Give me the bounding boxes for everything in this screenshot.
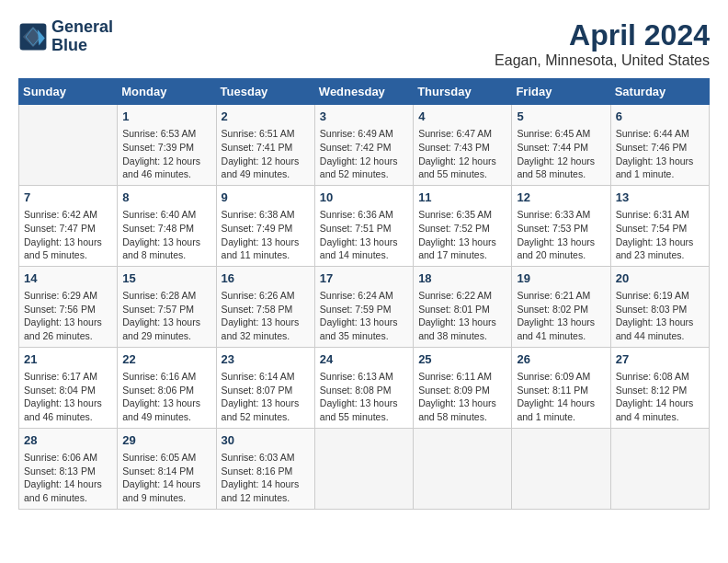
day-info: Sunrise: 6:38 AMSunset: 7:49 PMDaylight:… <box>222 208 310 262</box>
day-number: 15 <box>122 270 210 287</box>
day-header-friday: Friday <box>512 79 610 105</box>
calendar-title: April 2024 <box>495 18 710 52</box>
day-number: 12 <box>517 190 605 206</box>
day-cell: 8Sunrise: 6:40 AMSunset: 7:48 PMDaylight… <box>118 185 216 266</box>
day-cell: 29Sunrise: 6:05 AMSunset: 8:14 PMDayligh… <box>118 428 216 509</box>
day-info: Sunrise: 6:49 AMSunset: 7:42 PMDaylight:… <box>320 127 408 181</box>
week-row-3: 14Sunrise: 6:29 AMSunset: 7:56 PMDayligh… <box>19 266 710 347</box>
page-header: General Blue April 2024 Eagan, Minnesota… <box>18 18 710 69</box>
day-info: Sunrise: 6:19 AMSunset: 8:03 PMDaylight:… <box>616 289 704 343</box>
day-info: Sunrise: 6:16 AMSunset: 8:06 PMDaylight:… <box>122 370 210 424</box>
day-number: 3 <box>320 109 408 125</box>
day-number: 25 <box>418 351 506 368</box>
day-number: 1 <box>122 109 210 125</box>
day-cell: 12Sunrise: 6:33 AMSunset: 7:53 PMDayligh… <box>512 185 610 266</box>
day-cell: 14Sunrise: 6:29 AMSunset: 7:56 PMDayligh… <box>19 266 118 347</box>
day-header-tuesday: Tuesday <box>216 79 314 105</box>
day-info: Sunrise: 6:11 AMSunset: 8:09 PMDaylight:… <box>418 370 506 424</box>
day-info: Sunrise: 6:31 AMSunset: 7:54 PMDaylight:… <box>616 208 704 262</box>
day-cell: 16Sunrise: 6:26 AMSunset: 7:58 PMDayligh… <box>216 266 314 347</box>
logo-line1: General <box>51 18 113 37</box>
day-header-sunday: Sunday <box>19 79 118 105</box>
logo-icon <box>18 22 48 52</box>
day-cell: 18Sunrise: 6:22 AMSunset: 8:01 PMDayligh… <box>414 266 512 347</box>
day-number: 14 <box>24 270 112 287</box>
day-info: Sunrise: 6:17 AMSunset: 8:04 PMDaylight:… <box>24 370 112 424</box>
calendar-subtitle: Eagan, Minnesota, United States <box>495 52 710 69</box>
day-number: 5 <box>517 109 605 125</box>
day-number: 28 <box>24 432 112 449</box>
day-info: Sunrise: 6:36 AMSunset: 7:51 PMDaylight:… <box>320 208 408 262</box>
day-info: Sunrise: 6:22 AMSunset: 8:01 PMDaylight:… <box>418 289 506 343</box>
day-cell: 6Sunrise: 6:44 AMSunset: 7:46 PMDaylight… <box>610 105 709 186</box>
day-cell: 25Sunrise: 6:11 AMSunset: 8:09 PMDayligh… <box>414 347 512 428</box>
day-info: Sunrise: 6:08 AMSunset: 8:12 PMDaylight:… <box>616 370 704 424</box>
title-block: April 2024 Eagan, Minnesota, United Stat… <box>495 18 710 69</box>
day-cell: 10Sunrise: 6:36 AMSunset: 7:51 PMDayligh… <box>314 185 413 266</box>
day-info: Sunrise: 6:45 AMSunset: 7:44 PMDaylight:… <box>517 127 605 181</box>
day-header-wednesday: Wednesday <box>314 79 413 105</box>
calendar-body: 1Sunrise: 6:53 AMSunset: 7:39 PMDaylight… <box>19 105 710 510</box>
week-row-2: 7Sunrise: 6:42 AMSunset: 7:47 PMDaylight… <box>19 185 710 266</box>
day-cell: 4Sunrise: 6:47 AMSunset: 7:43 PMDaylight… <box>414 105 512 186</box>
day-info: Sunrise: 6:51 AMSunset: 7:41 PMDaylight:… <box>222 127 310 181</box>
week-row-1: 1Sunrise: 6:53 AMSunset: 7:39 PMDaylight… <box>19 105 710 186</box>
day-number: 4 <box>418 109 506 125</box>
day-cell: 3Sunrise: 6:49 AMSunset: 7:42 PMDaylight… <box>314 105 413 186</box>
day-cell <box>512 428 610 509</box>
day-number: 19 <box>517 270 605 287</box>
day-info: Sunrise: 6:53 AMSunset: 7:39 PMDaylight:… <box>122 127 210 181</box>
day-number: 16 <box>222 270 310 287</box>
day-cell: 23Sunrise: 6:14 AMSunset: 8:07 PMDayligh… <box>216 347 314 428</box>
day-cell: 15Sunrise: 6:28 AMSunset: 7:57 PMDayligh… <box>118 266 216 347</box>
day-number: 11 <box>418 190 506 206</box>
day-info: Sunrise: 6:24 AMSunset: 7:59 PMDaylight:… <box>320 289 408 343</box>
day-number: 24 <box>320 351 408 368</box>
day-info: Sunrise: 6:06 AMSunset: 8:13 PMDaylight:… <box>24 451 112 505</box>
day-cell: 19Sunrise: 6:21 AMSunset: 8:02 PMDayligh… <box>512 266 610 347</box>
day-cell <box>610 428 709 509</box>
day-info: Sunrise: 6:35 AMSunset: 7:52 PMDaylight:… <box>418 208 506 262</box>
day-number: 22 <box>122 351 210 368</box>
day-header-thursday: Thursday <box>414 79 512 105</box>
day-info: Sunrise: 6:03 AMSunset: 8:16 PMDaylight:… <box>222 451 310 505</box>
day-number: 23 <box>222 351 310 368</box>
day-number: 21 <box>24 351 112 368</box>
day-number: 18 <box>418 270 506 287</box>
day-info: Sunrise: 6:44 AMSunset: 7:46 PMDaylight:… <box>616 127 704 181</box>
day-info: Sunrise: 6:14 AMSunset: 8:07 PMDaylight:… <box>222 370 310 424</box>
day-number: 20 <box>616 270 704 287</box>
logo-text: General Blue <box>51 18 113 55</box>
day-cell <box>414 428 512 509</box>
day-cell: 13Sunrise: 6:31 AMSunset: 7:54 PMDayligh… <box>610 185 709 266</box>
day-number: 26 <box>517 351 605 368</box>
logo: General Blue <box>18 18 113 55</box>
day-info: Sunrise: 6:09 AMSunset: 8:11 PMDaylight:… <box>517 370 605 424</box>
day-cell: 7Sunrise: 6:42 AMSunset: 7:47 PMDaylight… <box>19 185 118 266</box>
day-cell: 9Sunrise: 6:38 AMSunset: 7:49 PMDaylight… <box>216 185 314 266</box>
day-number: 2 <box>222 109 310 125</box>
day-cell: 26Sunrise: 6:09 AMSunset: 8:11 PMDayligh… <box>512 347 610 428</box>
day-header-monday: Monday <box>118 79 216 105</box>
day-info: Sunrise: 6:33 AMSunset: 7:53 PMDaylight:… <box>517 208 605 262</box>
day-cell <box>19 105 118 186</box>
day-cell <box>314 428 413 509</box>
week-row-5: 28Sunrise: 6:06 AMSunset: 8:13 PMDayligh… <box>19 428 710 509</box>
day-number: 30 <box>222 432 310 449</box>
day-info: Sunrise: 6:29 AMSunset: 7:56 PMDaylight:… <box>24 289 112 343</box>
day-info: Sunrise: 6:26 AMSunset: 7:58 PMDaylight:… <box>222 289 310 343</box>
day-number: 17 <box>320 270 408 287</box>
logo-line2: Blue <box>51 37 113 55</box>
day-cell: 2Sunrise: 6:51 AMSunset: 7:41 PMDaylight… <box>216 105 314 186</box>
day-info: Sunrise: 6:28 AMSunset: 7:57 PMDaylight:… <box>122 289 210 343</box>
week-row-4: 21Sunrise: 6:17 AMSunset: 8:04 PMDayligh… <box>19 347 710 428</box>
day-number: 27 <box>616 351 704 368</box>
day-number: 13 <box>616 190 704 206</box>
day-info: Sunrise: 6:40 AMSunset: 7:48 PMDaylight:… <box>122 208 210 262</box>
day-number: 9 <box>222 190 310 206</box>
day-cell: 5Sunrise: 6:45 AMSunset: 7:44 PMDaylight… <box>512 105 610 186</box>
day-cell: 22Sunrise: 6:16 AMSunset: 8:06 PMDayligh… <box>118 347 216 428</box>
header-row: SundayMondayTuesdayWednesdayThursdayFrid… <box>19 79 710 105</box>
day-cell: 20Sunrise: 6:19 AMSunset: 8:03 PMDayligh… <box>610 266 709 347</box>
day-cell: 30Sunrise: 6:03 AMSunset: 8:16 PMDayligh… <box>216 428 314 509</box>
